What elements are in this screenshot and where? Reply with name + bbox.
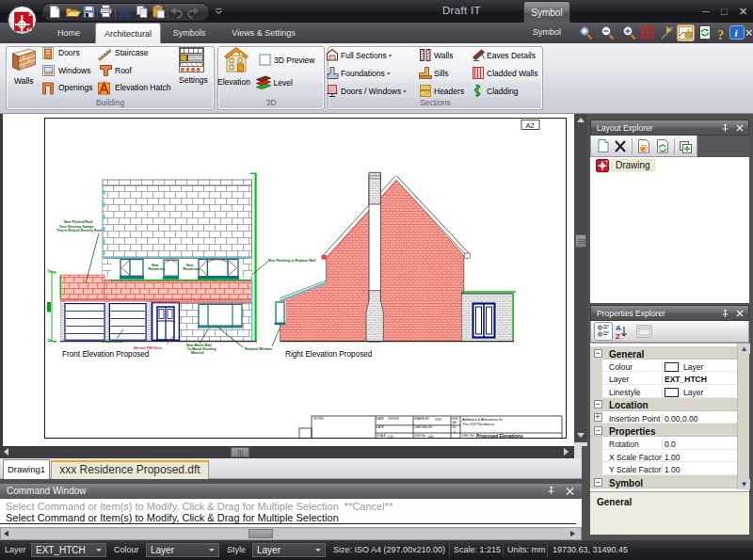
svg-text:SCALE: SCALE xyxy=(376,434,386,438)
svg-text:DATE: DATE xyxy=(376,425,384,429)
svg-text:XXX: XXX xyxy=(435,418,442,422)
svg-text:001: 001 xyxy=(428,435,434,438)
svg-text:Z: Z xyxy=(616,332,620,341)
svg-text:DRAWN BY: DRAWN BY xyxy=(414,417,429,421)
svg-text:DWG No: DWG No xyxy=(414,434,425,438)
svg-text:Over Existing Garage: Over Existing Garage xyxy=(59,225,94,229)
svg-text:NOTES: NOTES xyxy=(314,417,324,421)
svg-text:Material: Material xyxy=(191,351,204,355)
svg-text:Rebated Door: Rebated Door xyxy=(102,340,124,344)
svg-text:Rendering: Rendering xyxy=(184,267,200,271)
svg-text:?: ? xyxy=(717,27,724,42)
svg-text:Proposed Elevations: Proposed Elevations xyxy=(476,433,523,438)
svg-text:SIZE: SIZE xyxy=(452,417,458,421)
svg-text:1999/99: 1999/99 xyxy=(388,417,399,421)
svg-text:New: New xyxy=(152,264,159,267)
svg-text:That Is Rebuilt Entirely Roof: That Is Rebuilt Entirely Roof xyxy=(56,229,103,232)
svg-text:Rendering: Rendering xyxy=(149,267,166,271)
svg-text:CHECKED BY: CHECKED BY xyxy=(414,425,433,429)
svg-text:DATE: DATE xyxy=(376,417,384,421)
svg-text:New Flashing to Replace Wall: New Flashing to Replace Wall xyxy=(268,259,316,263)
svg-text:A2: A2 xyxy=(526,121,535,130)
svg-text:Front Elevation Proposed: Front Elevation Proposed xyxy=(62,350,150,359)
svg-text:Right Elevation Proposed: Right Elevation Proposed xyxy=(285,350,373,359)
svg-text:Rebated Window: Rebated Window xyxy=(245,347,272,351)
svg-text:No: No xyxy=(453,425,457,429)
svg-text:A: A xyxy=(616,324,621,332)
svg-text:A3: A3 xyxy=(453,421,457,424)
svg-text:Additions & Alterations for: Additions & Alterations for xyxy=(462,418,504,422)
svg-text:DRG Title: DRG Title xyxy=(462,434,474,438)
svg-text:1:50: 1:50 xyxy=(387,435,393,438)
svg-text:New Pitched Roof: New Pitched Roof xyxy=(64,220,93,224)
svg-text:New: New xyxy=(186,264,194,267)
svg-text:The XXX Residence: The XXX Residence xyxy=(462,423,494,426)
